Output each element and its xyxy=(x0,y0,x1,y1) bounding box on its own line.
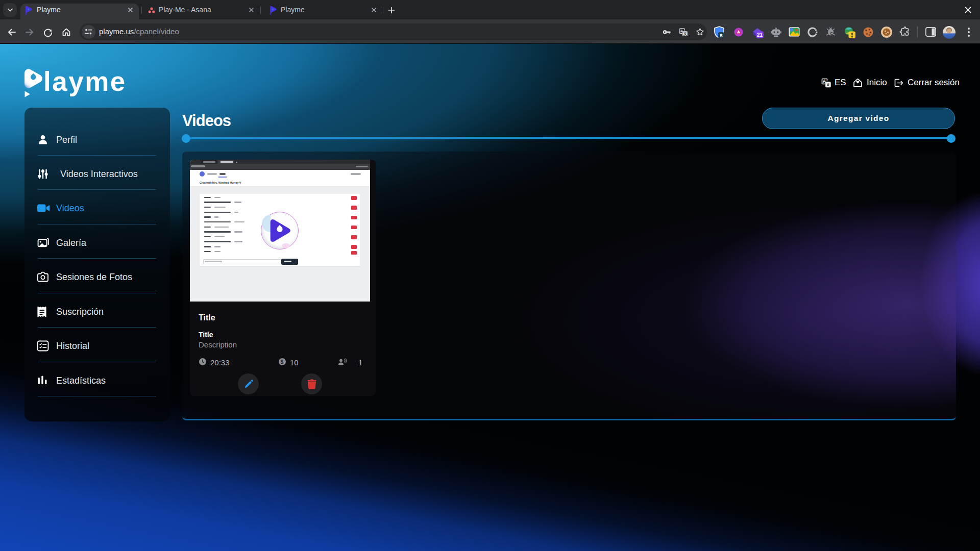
svg-text:文: 文 xyxy=(683,32,688,36)
svg-text:C: C xyxy=(830,31,833,36)
svg-text:5: 5 xyxy=(720,33,723,38)
svg-text:21: 21 xyxy=(757,32,763,38)
svg-text:$: $ xyxy=(281,359,284,365)
svg-text:layme: layme xyxy=(43,67,127,96)
